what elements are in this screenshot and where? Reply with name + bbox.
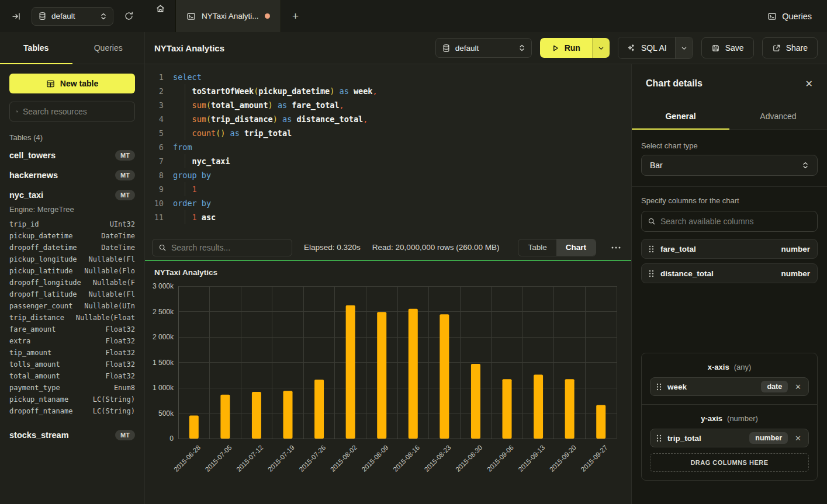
code-text: order by — [173, 196, 211, 210]
x-tick-label: 2015-09-13 — [517, 444, 546, 473]
resource-search — [9, 102, 135, 121]
sql-ai-options-button[interactable] — [675, 37, 693, 58]
chevron-down-icon — [598, 45, 604, 51]
new-table-button[interactable]: New table — [9, 74, 135, 93]
column-type: DateTime — [101, 232, 135, 240]
table-row[interactable]: stocks_streamMT — [9, 425, 135, 445]
code-text: sum(trip_distance) as distance_total, — [173, 112, 368, 126]
collapse-sidebar-button[interactable] — [8, 8, 25, 25]
available-columns-list: fare_totalnumberdistance_totalnumber — [641, 239, 818, 288]
y-tick-label: 500k — [158, 409, 174, 418]
code-line: 2 toStartOfWeek(pickup_datetime) as week… — [152, 84, 631, 98]
column-name: passenger_count — [9, 302, 72, 310]
engine-badge: MT — [115, 150, 135, 161]
code-line: 1select — [152, 70, 631, 84]
drag-handle-icon[interactable] — [656, 383, 662, 391]
x-axis-chip[interactable]: weekdate✕ — [650, 377, 809, 396]
save-icon — [711, 44, 720, 53]
code-line: 7 nyc_taxi — [152, 154, 631, 168]
run-options-button[interactable] — [592, 38, 610, 58]
line-number: 2 — [152, 84, 164, 98]
remove-chip-button[interactable]: ✕ — [794, 434, 802, 443]
x-tick-label: 2015-06-28 — [172, 444, 202, 473]
chart-type-select[interactable]: Bar — [641, 155, 818, 176]
code-line: 11 1 asc — [152, 210, 631, 224]
sql-ai-button[interactable]: SQL AI — [618, 37, 675, 58]
more-options-button[interactable] — [608, 246, 624, 249]
available-column-chip[interactable]: fare_totalnumber — [641, 239, 818, 259]
y-tick-label: 3 000k — [153, 282, 174, 290]
y-tick-label: 2 000k — [153, 333, 174, 341]
y-axis-label: y-axis — [701, 414, 722, 423]
home-button[interactable] — [145, 0, 175, 16]
x-axis-hint: (any) — [734, 363, 752, 371]
available-column-chip[interactable]: distance_totalnumber — [641, 263, 818, 283]
table-row[interactable]: hackernewsMT — [9, 165, 135, 185]
bar — [440, 314, 449, 439]
table-row[interactable]: nyc_taxiMT — [9, 185, 135, 205]
column-type: Nullable(UIn — [84, 302, 135, 310]
bar — [252, 392, 261, 439]
y-axis-chip[interactable]: trip_totalnumber✕ — [650, 429, 809, 447]
line-number: 6 — [152, 140, 164, 154]
column-name: pickup_latitude — [9, 267, 72, 275]
axis-chip-type-badge: date — [761, 381, 788, 392]
results-search-input[interactable] — [171, 243, 286, 252]
close-panel-button[interactable]: ✕ — [805, 78, 813, 89]
bar — [503, 379, 512, 439]
database-selector-value: default — [51, 12, 75, 20]
sidebar-tab-queries[interactable]: Queries — [72, 32, 145, 64]
column-name: fare_amount — [9, 325, 56, 333]
column-row: tip_amountFloat32 — [9, 347, 135, 359]
run-split-button: Run — [540, 38, 610, 58]
column-name: dropoff_longitude — [9, 279, 81, 287]
column-type: Nullable(Float — [76, 314, 135, 322]
panel-tab-advanced[interactable]: Advanced — [729, 103, 827, 129]
sidebar-tab-tables[interactable]: Tables — [0, 32, 72, 64]
console-icon — [186, 12, 196, 21]
save-label: Save — [725, 43, 744, 53]
drag-handle-icon[interactable] — [649, 270, 654, 277]
axis-chip-type-badge: number — [749, 432, 788, 444]
database-selector[interactable]: default — [32, 7, 113, 26]
table-row[interactable]: cell_towersMT — [9, 145, 135, 165]
bar — [314, 380, 324, 439]
y-axis-hint: (number) — [727, 414, 758, 423]
view-toggle-table[interactable]: Table — [518, 239, 556, 256]
updown-chevron-icon — [802, 161, 809, 169]
view-toggle-chart[interactable]: Chart — [556, 239, 596, 256]
sql-editor[interactable]: 1select2 toStartOfWeek(pickup_datetime) … — [145, 64, 631, 235]
queries-button[interactable]: Queries — [767, 12, 812, 21]
run-button[interactable]: Run — [540, 38, 592, 58]
queries-icon — [767, 12, 777, 21]
chart-title: NYTaxi Analytics — [154, 268, 217, 277]
remove-chip-button[interactable]: ✕ — [794, 383, 802, 391]
header-database-selector[interactable]: default — [435, 38, 532, 58]
save-button[interactable]: Save — [701, 37, 754, 58]
table-name: stocks_stream — [9, 430, 69, 440]
column-type: Float32 — [105, 337, 135, 345]
column-name: total_amount — [9, 372, 60, 380]
updown-chevron-icon — [100, 12, 107, 20]
columns-search-input[interactable] — [660, 217, 811, 226]
panel-tab-general[interactable]: General — [632, 103, 729, 129]
column-name: dropoff_latitude — [9, 290, 77, 298]
refresh-button[interactable] — [120, 8, 137, 25]
chart-type-label: Select chart type — [641, 141, 818, 150]
column-row: pickup_latitudeNullable(Flo — [9, 265, 135, 277]
code-text: sum(total_amount) as fare_total, — [173, 98, 344, 112]
code-line: 4 sum(trip_distance) as distance_total, — [152, 112, 631, 126]
column-name: tip_amount — [9, 349, 51, 357]
share-button[interactable]: Share — [762, 37, 818, 58]
column-type: Nullable(Fl — [89, 290, 135, 298]
drag-handle-icon[interactable] — [649, 245, 654, 253]
drop-zone[interactable]: DRAG COLUMNS HERE — [650, 453, 809, 472]
resource-search-input[interactable] — [23, 107, 129, 116]
tab-nytaxi-analytics[interactable]: NYTaxi Analyti... — [175, 0, 281, 32]
engine-badge: MT — [115, 430, 135, 440]
document-title: NYTaxi Analytics — [154, 43, 224, 53]
new-tab-button[interactable]: + — [281, 0, 310, 32]
line-number: 10 — [152, 196, 164, 210]
table-icon — [46, 79, 55, 88]
drag-handle-icon[interactable] — [656, 435, 662, 442]
